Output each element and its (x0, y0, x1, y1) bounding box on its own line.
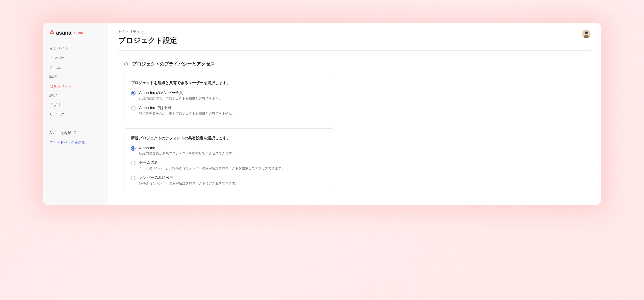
launch-asana-link[interactable]: Asana を起動 (43, 129, 108, 137)
app-container: asana ADMIN インサイト メンバー チーム 請求 セキュリティ 設定 … (43, 23, 601, 205)
content-section: プロジェクトのプライバシーとアクセス プロジェクトを組織と共有できるユーザーを選… (124, 61, 335, 192)
radio-label: Alpha Inc (139, 146, 328, 150)
radio-description: チームのメンバーとと招待されたメンバーのみが新規プロジェクトを検索してアクセスで… (139, 166, 328, 171)
sidebar-item-security[interactable]: セキュリティ (43, 81, 108, 91)
sidebar-divider (49, 124, 102, 124)
radio-description: 特権管理者を含め、誰もプロジェクトを組織と共有できません。 (139, 111, 328, 116)
radio-circle-icon (131, 161, 136, 165)
radio-content: チームのみ チームのメンバーとと招待されたメンバーのみが新規プロジェクトを検索し… (139, 160, 328, 171)
radio-description: 招待されたメンバーのみが新規プロジェクトにアクセスできます。 (139, 181, 328, 186)
breadcrumb-label: セキュリティ (118, 30, 140, 34)
card-heading-1: プロジェクトを組織と共有できるユーザーを選択します。 (131, 80, 328, 85)
external-link-icon (73, 131, 76, 135)
radio-content: Alpha Inc 組織内の全員が新規プロジェクトを検索してアクセスできます。 (139, 146, 328, 156)
radio-description: 組織内の誰でも、プロジェクトを組織と共有できます。 (139, 96, 328, 101)
radio-option-members-only[interactable]: メンバーのみに公開 招待されたメンバーのみが新規プロジェクトにアクセスできます。 (131, 175, 328, 186)
avatar[interactable] (582, 30, 591, 38)
sidebar-item-settings[interactable]: 設定 (43, 91, 108, 100)
feedback-link[interactable]: フィードバックを送る (49, 140, 85, 144)
svg-point-0 (51, 30, 53, 32)
radio-option-not-allowed[interactable]: Alpha Inc では不可 特権管理者を含め、誰もプロジェクトを組織と共有でき… (131, 105, 328, 116)
settings-card-default-sharing: 新規プロジェクトのデフォルトの共有設定を選択します。 Alpha Inc 組織内… (124, 128, 335, 192)
brand-suffix: ADMIN (73, 31, 83, 34)
asana-logo-icon (49, 30, 55, 36)
feedback-link-container: フィードバックを送る (43, 137, 108, 148)
svg-point-1 (50, 32, 52, 34)
page-title: プロジェクト設定 (118, 36, 177, 45)
header-left: セキュリティ プロジェクト設定 (118, 30, 177, 45)
radio-circle-icon (131, 91, 136, 96)
chevron-right-icon (141, 30, 143, 34)
radio-option-all-members[interactable]: Alpha Inc のメンバー全員 組織内の誰でも、プロジェクトを組織と共有でき… (131, 90, 328, 101)
section-title: プロジェクトのプライバシーとアクセス (132, 61, 215, 67)
settings-card-sharing: プロジェクトを組織と共有できるユーザーを選択します。 Alpha Inc のメン… (124, 73, 335, 122)
radio-description: 組織内の全員が新規プロジェクトを検索してアクセスできます。 (139, 151, 328, 156)
radio-label: Alpha Inc のメンバー全員 (139, 90, 328, 95)
logo-area: asana ADMIN (43, 30, 108, 44)
svg-point-2 (52, 32, 54, 34)
lock-icon (124, 61, 128, 67)
sidebar: asana ADMIN インサイト メンバー チーム 請求 セキュリティ 設定 … (43, 23, 108, 205)
nav-list: インサイト メンバー チーム 請求 セキュリティ 設定 アプリ リソース (43, 44, 108, 119)
radio-circle-icon (131, 176, 136, 180)
radio-circle-icon (131, 106, 136, 111)
radio-content: Alpha Inc のメンバー全員 組織内の誰でも、プロジェクトを組織と共有でき… (139, 90, 328, 101)
sidebar-item-members[interactable]: メンバー (43, 53, 108, 63)
sidebar-item-insights[interactable]: インサイト (43, 44, 108, 53)
sidebar-item-apps[interactable]: アプリ (43, 100, 108, 110)
card-heading-2: 新規プロジェクトのデフォルトの共有設定を選択します。 (131, 136, 328, 141)
sidebar-item-billing[interactable]: 請求 (43, 72, 108, 81)
header-row: セキュリティ プロジェクト設定 (118, 30, 591, 51)
launch-label: Asana を起動 (49, 131, 71, 135)
breadcrumb[interactable]: セキュリティ (118, 30, 177, 34)
sidebar-item-teams[interactable]: チーム (43, 63, 108, 72)
radio-label: メンバーのみに公開 (139, 175, 328, 180)
brand-name: asana (56, 30, 71, 36)
radio-label: Alpha Inc では不可 (139, 105, 328, 110)
radio-circle-icon (131, 146, 136, 151)
section-header: プロジェクトのプライバシーとアクセス (124, 61, 335, 67)
radio-content: Alpha Inc では不可 特権管理者を含め、誰もプロジェクトを組織と共有でき… (139, 105, 328, 116)
main-content: セキュリティ プロジェクト設定 (108, 23, 601, 205)
svg-rect-8 (124, 63, 127, 65)
radio-label: チームのみ (139, 160, 328, 165)
radio-option-team-only[interactable]: チームのみ チームのメンバーとと招待されたメンバーのみが新規プロジェクトを検索し… (131, 160, 328, 171)
radio-option-org[interactable]: Alpha Inc 組織内の全員が新規プロジェクトを検索してアクセスできます。 (131, 146, 328, 156)
sidebar-item-resources[interactable]: リソース (43, 110, 108, 119)
radio-content: メンバーのみに公開 招待されたメンバーのみが新規プロジェクトにアクセスできます。 (139, 175, 328, 186)
